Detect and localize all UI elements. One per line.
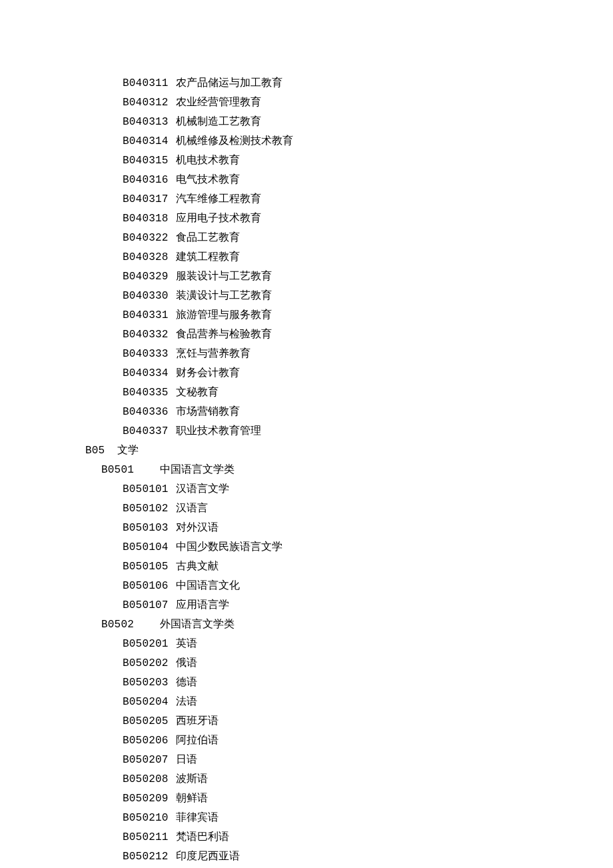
catalog-code: B040329 [123, 267, 176, 286]
catalog-code: B040314 [123, 132, 176, 151]
catalog-row: B040312农业经营管理教育 [123, 93, 613, 112]
catalog-name: 机械维修及检测技术教育 [176, 131, 293, 150]
catalog-row: B040336市场营销教育 [123, 402, 613, 421]
catalog-code: B040317 [123, 190, 176, 209]
catalog-row: B040329服装设计与工艺教育 [123, 267, 613, 286]
catalog-name: 中国少数民族语言文学 [176, 537, 283, 556]
catalog-name: 食品营养与检验教育 [176, 325, 272, 343]
catalog-row: B040322食品工艺教育 [123, 228, 613, 247]
catalog-name: 印度尼西亚语 [176, 847, 240, 865]
catalog-code: B040315 [123, 151, 176, 170]
catalog-row: B040334财务会计教育 [123, 363, 613, 383]
catalog-row: B050208波斯语 [123, 769, 613, 789]
catalog-code: B050202 [123, 654, 176, 673]
catalog-code: B040332 [123, 325, 176, 344]
catalog-name: 汽车维修工程教育 [176, 189, 261, 208]
catalog-row: B040313机械制造工艺教育 [123, 112, 613, 131]
catalog-row: B050205西班牙语 [123, 711, 613, 731]
catalog-row: B050103对外汉语 [123, 518, 613, 537]
catalog-name: 应用电子技术教育 [176, 209, 261, 227]
catalog-row: B050106中国语言文化 [123, 576, 613, 595]
catalog-name: 应用语言学 [176, 595, 229, 614]
catalog-row: B050212印度尼西亚语 [123, 847, 613, 866]
catalog-row: B050201英语 [123, 634, 613, 653]
catalog-row: B0501中国语言文学类 [101, 460, 613, 479]
catalog-name: 农产品储运与加工教育 [176, 73, 283, 92]
catalog-code: B050208 [123, 770, 176, 789]
catalog-name: 文学 [117, 441, 139, 459]
catalog-name: 俄语 [176, 653, 197, 672]
catalog-code: B040312 [123, 93, 176, 112]
catalog-code: B050206 [123, 731, 176, 750]
catalog-name: 朝鲜语 [176, 789, 208, 807]
catalog-name: 对外汉语 [176, 518, 219, 537]
catalog-row: B050210菲律宾语 [123, 808, 613, 827]
catalog-code: B05 [85, 441, 117, 460]
catalog-name: 汉语言 [176, 499, 208, 517]
catalog-name: 中国语言文学类 [160, 460, 235, 479]
catalog-row: B040316电气技术教育 [123, 170, 613, 189]
catalog-row: B040330装潢设计与工艺教育 [123, 286, 613, 305]
catalog-name: 烹饪与营养教育 [176, 344, 251, 363]
catalog-code: B040331 [123, 306, 176, 325]
catalog-row: B040332食品营养与检验教育 [123, 325, 613, 344]
catalog-row: B040315机电技术教育 [123, 151, 613, 170]
catalog-row: B040335文秘教育 [123, 383, 613, 402]
catalog-row: B050211梵语巴利语 [123, 827, 613, 847]
catalog-row: B040311农产品储运与加工教育 [123, 73, 613, 93]
catalog-code: B050203 [123, 673, 176, 692]
catalog-name: 汉语言文学 [176, 479, 229, 498]
catalog-code: B050103 [123, 519, 176, 537]
catalog-code: B040322 [123, 229, 176, 247]
catalog-name: 旅游管理与服务教育 [176, 305, 272, 324]
catalog-code: B040313 [123, 113, 176, 131]
catalog-code: B050209 [123, 789, 176, 808]
catalog-code: B040337 [123, 422, 176, 441]
catalog-name: 外国语言文学类 [160, 615, 235, 633]
catalog-row: B050102汉语言 [123, 499, 613, 518]
catalog-row: B040337职业技术教育管理 [123, 421, 613, 441]
catalog-code: B050106 [123, 577, 176, 595]
catalog-name: 法语 [176, 692, 197, 711]
catalog-row: B040328建筑工程教育 [123, 247, 613, 267]
catalog-row: B050206阿拉伯语 [123, 731, 613, 750]
catalog-code: B050105 [123, 557, 176, 576]
catalog-name: 市场营销教育 [176, 402, 240, 421]
catalog-name: 菲律宾语 [176, 808, 219, 827]
catalog-code: B050211 [123, 828, 176, 847]
catalog-row: B040331旅游管理与服务教育 [123, 305, 613, 325]
catalog-name: 农业经营管理教育 [176, 93, 261, 111]
catalog-code: B050102 [123, 499, 176, 518]
catalog-row: B040318应用电子技术教育 [123, 209, 613, 228]
catalog-name: 中国语言文化 [176, 576, 240, 595]
catalog-code: B0502 [101, 615, 160, 634]
catalog-code: B050101 [123, 480, 176, 499]
catalog-code: B050107 [123, 596, 176, 615]
catalog-row: B050209朝鲜语 [123, 789, 613, 808]
catalog-name: 建筑工程教育 [176, 247, 240, 266]
catalog-row: B050202俄语 [123, 653, 613, 673]
catalog-code: B050207 [123, 751, 176, 769]
catalog-row: B050105古典文献 [123, 557, 613, 576]
catalog-code: B050210 [123, 809, 176, 827]
catalog-code: B050212 [123, 847, 176, 866]
catalog-row: B050104中国少数民族语言文学 [123, 537, 613, 557]
catalog-name: 德语 [176, 673, 197, 691]
catalog-listing: B040311农产品储运与加工教育B040312农业经营管理教育B040313机… [0, 73, 613, 868]
catalog-name: 服装设计与工艺教育 [176, 267, 272, 285]
catalog-row: B050107应用语言学 [123, 595, 613, 615]
catalog-name: 梵语巴利语 [176, 827, 229, 846]
catalog-name: 电气技术教育 [176, 170, 240, 189]
catalog-code: B040330 [123, 287, 176, 305]
catalog-code: B040316 [123, 171, 176, 189]
catalog-name: 机电技术教育 [176, 151, 240, 169]
catalog-code: B050201 [123, 635, 176, 653]
catalog-name: 食品工艺教育 [176, 228, 240, 247]
catalog-code: B040318 [123, 209, 176, 228]
catalog-row: B040333烹饪与营养教育 [123, 344, 613, 363]
catalog-name: 古典文献 [176, 557, 219, 575]
catalog-row: B050204法语 [123, 692, 613, 711]
catalog-code: B050204 [123, 693, 176, 711]
catalog-row: B050101汉语言文学 [123, 479, 613, 499]
catalog-row: B050203德语 [123, 673, 613, 692]
